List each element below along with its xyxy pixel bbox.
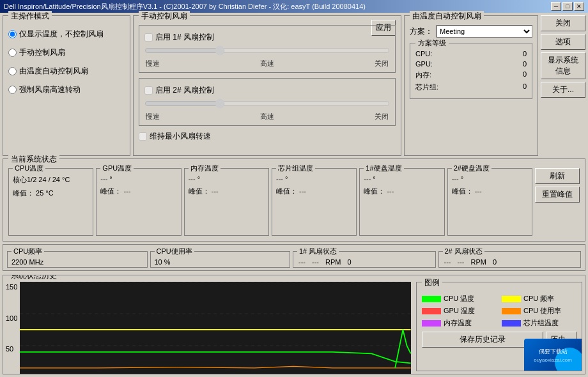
hdd1-temp-value: --- ° (364, 175, 440, 183)
cpu-usage-box: CPU使用率 10 % (150, 251, 291, 268)
watermark-url: ouyaoxiazai.com (534, 357, 572, 363)
cpu-freq-value: 2200 MHz (12, 258, 143, 266)
legend-chipset-temp: 芯片组温度 (502, 318, 576, 328)
hdd1-temp-peak: 峰值： --- (364, 187, 440, 196)
fan1-slider-labels: 慢速 高速 关闭 (144, 59, 390, 68)
watermark-text: 偶要下载站 (538, 346, 569, 357)
radio-display-only[interactable]: 仅显示温度，不控制风扇 (8, 29, 125, 40)
auto-panel-title: 由温度自动控制风扇 (410, 11, 484, 22)
manual-panel-title: 手动控制风扇 (139, 11, 190, 22)
legend-mem-temp: 内存温度 (422, 318, 497, 328)
maintain-label: 维持最小风扇转速 (150, 131, 211, 142)
fan1-slider[interactable] (144, 45, 390, 56)
scheme-row: 方案： Meeting (410, 25, 532, 38)
operation-mode-panel: 主操作模式 仅显示温度，不控制风扇 手动控制风扇 由温度自动控制风扇 强制风扇高… (3, 15, 130, 156)
cpu-freq-box: CPU频率 2200 MHz (7, 251, 148, 268)
status-section: 当前系统状态 CPU温度 核心1/2 24 / 24 °C 峰值： 25 °C … (3, 158, 585, 242)
mem-temp-peak: 峰值： --- (189, 187, 265, 196)
right-button-group: 关闭 选项 显示系统信息 关于... (541, 15, 585, 156)
operation-mode-title: 主操作模式 (8, 11, 52, 22)
fan1-label: 启用 1# 风扇控制 (155, 32, 214, 43)
history-title: 系统状态历史 (8, 275, 59, 281)
fan2-checkbox[interactable] (144, 86, 153, 95)
fan1-status-content: --- --- RPM 0 (298, 258, 430, 266)
level-memory: 内存: 0 (415, 70, 527, 80)
y-axis-labels: 150 100 50 (6, 282, 20, 374)
gpu-temp-peak: 峰值： --- (100, 187, 176, 196)
title-bar: Dell Inspiron/Latitude/Precision风扇控制程序V3… (0, 0, 588, 13)
legend-cpu-temp: CPU 温度 (422, 294, 497, 304)
fan1-section: 启用 1# 风扇控制 慢速 高速 关闭 (139, 25, 396, 73)
options-button[interactable]: 选项 (541, 34, 585, 50)
close-button[interactable]: 关闭 (541, 15, 585, 31)
level-gpu: GPU: 0 (415, 60, 527, 68)
radio-manual[interactable]: 手动控制风扇 (8, 47, 125, 58)
legend-title: 图例 (422, 277, 442, 288)
fan1-checkbox-row: 启用 1# 风扇控制 (144, 32, 390, 43)
cpu-temp-peak: 峰值： 25 °C (13, 188, 89, 198)
about-button[interactable]: 关于... (541, 82, 585, 98)
freq-usage-section: CPU频率 2200 MHz CPU使用率 10 % 1# 风扇状态 --- -… (3, 244, 585, 271)
gpu-temp-box: GPU温度 --- ° 峰值： --- (96, 168, 181, 236)
refresh-button[interactable]: 刷新 (535, 168, 580, 184)
cpu-freq-color (502, 296, 521, 302)
history-chart (20, 282, 411, 374)
fan2-status-section: 2# 风扇状态 --- --- RPM 0 (438, 251, 582, 268)
fan2-label: 启用 2# 风扇控制 (155, 85, 214, 96)
fan2-slider-labels: 慢速 高速 关闭 (144, 112, 390, 121)
legend-panel: 图例 CPU 温度 CPU 频率 GPU 温度 CPU 使用率 (416, 282, 582, 371)
cpu-temp-value: 核心1/2 24 / 24 °C (13, 175, 89, 185)
cpu-usage-value: 10 % (155, 258, 286, 266)
cpu-temp-color (422, 296, 441, 302)
hdd2-temp-peak: 峰值： --- (452, 187, 528, 196)
title-text: Dell Inspiron/Latitude/Precision风扇控制程序V3… (4, 2, 366, 12)
radio-force-high[interactable]: 强制风扇高速转动 (8, 84, 125, 95)
chart-with-axis: 150 100 50 (6, 282, 411, 374)
mem-temp-value: --- ° (189, 175, 265, 183)
scheme-select[interactable]: Meeting (437, 25, 532, 38)
radio-auto-temp[interactable]: 由温度自动控制风扇 (8, 66, 125, 77)
fan2-checkbox-row: 启用 2# 风扇控制 (144, 85, 390, 96)
auto-control-panel: 由温度自动控制风扇 方案： Meeting 方案等级 CPU: 0 GPU: 0 (404, 15, 538, 156)
hdd2-temp-box: 2#硬盘温度 --- ° 峰值： --- (447, 168, 532, 236)
fan1-checkbox[interactable] (144, 33, 153, 42)
maintain-checkbox[interactable] (139, 132, 147, 141)
chipset-temp-value: --- ° (276, 175, 352, 183)
legend-grid: CPU 温度 CPU 频率 GPU 温度 CPU 使用率 内存温度 (422, 294, 576, 328)
maximize-button[interactable]: □ (562, 2, 573, 11)
sysinfo-button[interactable]: 显示系统信息 (541, 52, 585, 79)
fan2-slider[interactable] (144, 98, 390, 109)
level-chipset: 芯片组: 0 (415, 82, 527, 92)
hdd2-temp-value: --- ° (452, 175, 528, 183)
status-right-buttons: 刷新 重置峰值 (535, 168, 580, 236)
chipset-temp-color (502, 320, 521, 327)
cpu-usage-color (502, 308, 521, 314)
minimize-button[interactable]: ─ (551, 2, 561, 11)
chart-area (20, 282, 411, 374)
chart-container: 150 100 50 (6, 282, 411, 371)
fan1-status-section: 1# 风扇状态 --- --- RPM 0 (293, 251, 436, 268)
scheme-label: 方案： (410, 26, 433, 37)
cpu-temp-box: CPU温度 核心1/2 24 / 24 °C 峰值： 25 °C (8, 168, 93, 236)
close-window-button[interactable]: ✕ (574, 2, 584, 11)
scheme-levels-panel: 方案等级 CPU: 0 GPU: 0 内存: 0 芯片组: 0 (410, 43, 532, 99)
legend-cpu-usage: CPU 使用率 (502, 306, 576, 316)
fan2-status-content: --- --- RPM 0 (444, 258, 576, 266)
fan2-section: 启用 2# 风扇控制 慢速 高速 关闭 (139, 78, 396, 126)
mem-temp-color (422, 320, 441, 327)
gpu-temp-value: --- ° (100, 175, 176, 183)
scheme-levels-title: 方案等级 (415, 38, 449, 48)
mem-temp-box: 内存温度 --- ° 峰值： --- (184, 168, 269, 236)
manual-control-panel: 手动控制风扇 应用 启用 1# 风扇控制 慢速 高速 关闭 (133, 15, 401, 156)
reset-peak-button[interactable]: 重置峰值 (535, 187, 580, 203)
watermark: 偶要下载站 ouyaoxiazai.com (524, 339, 582, 371)
level-cpu: CPU: 0 (415, 50, 527, 58)
radio-group: 仅显示温度，不控制风扇 手动控制风扇 由温度自动控制风扇 强制风扇高速转动 (8, 29, 125, 95)
maintain-row: 维持最小风扇转速 (139, 131, 396, 142)
hdd1-temp-box: 1#硬盘温度 --- ° 峰值： --- (359, 168, 444, 236)
history-section: 系统状态历史 150 100 50 (3, 275, 585, 374)
legend-cpu-freq: CPU 频率 (502, 294, 576, 304)
chipset-temp-box: 芯片组温度 --- ° 峰值： --- (272, 168, 357, 236)
legend-gpu-temp: GPU 温度 (422, 306, 497, 316)
chipset-temp-peak: 峰值： --- (276, 187, 352, 196)
